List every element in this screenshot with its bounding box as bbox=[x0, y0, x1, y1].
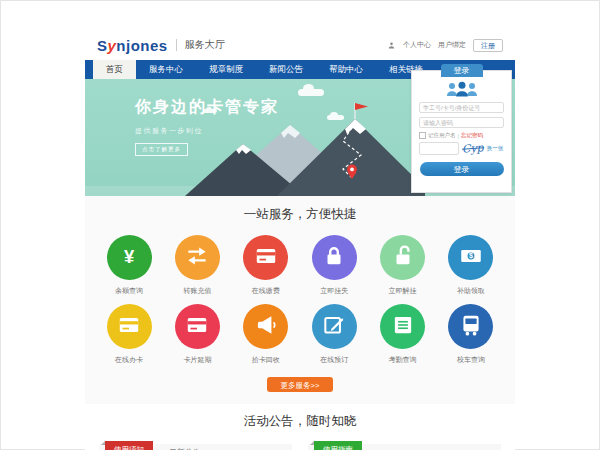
register-button[interactable]: 注册 bbox=[473, 39, 503, 52]
more-services-button[interactable]: 更多服务>> bbox=[267, 377, 333, 392]
hero-cta-button[interactable]: 点击了解更多 bbox=[135, 143, 188, 156]
cloud-icon bbox=[298, 89, 324, 96]
service-item[interactable]: 考勤查询 bbox=[375, 304, 431, 365]
service-label: 校车查询 bbox=[457, 355, 485, 365]
separator: | bbox=[458, 133, 459, 139]
banknote-icon: $ bbox=[458, 243, 484, 273]
card-icon bbox=[184, 312, 210, 342]
services-row-1: ¥ 余额查询 转账充值 在线缴费 立即挂失 bbox=[85, 227, 515, 296]
unlock-icon bbox=[390, 243, 416, 273]
username-input[interactable] bbox=[419, 102, 504, 113]
service-label: 考勤查询 bbox=[389, 355, 417, 365]
latest-announcements-tab[interactable]: 最新公告 bbox=[169, 444, 201, 450]
service-label: 在线预订 bbox=[320, 355, 348, 365]
svg-text:¥: ¥ bbox=[124, 245, 135, 266]
logo-text: S bbox=[97, 37, 108, 54]
notice-more-link[interactable]: 更多>> bbox=[268, 444, 287, 450]
hero-banner: 你身边的卡管专家 提供服务一步到位 点击了解更多 bbox=[85, 79, 515, 196]
guide-panel: 使用指南 更多>> bbox=[308, 444, 501, 450]
remember-label: 记住用户名 bbox=[428, 132, 456, 139]
service-item[interactable]: 在线缴费 bbox=[238, 235, 294, 296]
announcements-title: 活动公告，随时知晓 bbox=[85, 413, 515, 430]
logo[interactable]: S y njones bbox=[97, 37, 168, 54]
login-panel: 登录 记住用户名 bbox=[411, 70, 512, 193]
guide-panel-header: 使用指南 更多>> bbox=[308, 444, 501, 450]
card-icon bbox=[253, 243, 279, 273]
user-binding-link[interactable]: 用户绑定 bbox=[438, 40, 466, 50]
logo-accent: y bbox=[108, 37, 117, 54]
logo-divider bbox=[176, 39, 177, 51]
service-label: 转账充值 bbox=[183, 286, 211, 296]
service-item[interactable]: 拾卡回收 bbox=[238, 304, 294, 365]
services-title: 一站服务，方便快捷 bbox=[85, 206, 515, 223]
service-item[interactable]: 转账充值 bbox=[169, 235, 225, 296]
nav-item-3[interactable]: 新闻公告 bbox=[256, 60, 316, 79]
service-label: 在线缴费 bbox=[252, 286, 280, 296]
notice-panel-header: 使用须知 最新公告 更多>> bbox=[99, 444, 292, 450]
captcha-row: Cyp 换一张 bbox=[419, 142, 504, 155]
service-item[interactable]: 在线办卡 bbox=[101, 304, 157, 365]
service-item[interactable]: 立即解挂 bbox=[375, 235, 431, 296]
services-section: 一站服务，方便快捷 ¥ 余额查询 转账充值 在线缴费 bbox=[85, 196, 515, 404]
announcement-panels: 使用须知 最新公告 更多>> 使用指南 更多>> bbox=[85, 434, 515, 450]
hero-subtitle: 提供服务一步到位 bbox=[135, 126, 279, 136]
service-label: 拾卡回收 bbox=[252, 355, 280, 365]
transfer-icon bbox=[184, 243, 210, 273]
service-item[interactable]: 立即挂失 bbox=[306, 235, 362, 296]
screenshot-canvas: S y njones 服务大厅 个人中心 用户绑定 注册 首页服务中心规章制度新… bbox=[0, 0, 600, 450]
announcements-section: 活动公告，随时知晓 使用须知 最新公告 更多>> 使用指南 更多>> bbox=[85, 404, 515, 450]
nav-item-1[interactable]: 服务中心 bbox=[136, 60, 196, 79]
login-tab[interactable]: 登录 bbox=[441, 64, 483, 77]
services-row-2: 在线办卡 卡片延期 拾卡回收 在线预订 考勤查询 bbox=[85, 296, 515, 365]
service-item[interactable]: 校车查询 bbox=[443, 304, 499, 365]
nav-item-2[interactable]: 规章制度 bbox=[196, 60, 256, 79]
service-item[interactable]: ¥ 余额查询 bbox=[101, 235, 157, 296]
personal-center-link[interactable]: 个人中心 bbox=[403, 40, 431, 50]
nav-item-4[interactable]: 帮助中心 bbox=[316, 60, 376, 79]
header-links: 个人中心 用户绑定 注册 bbox=[387, 39, 503, 52]
list-icon bbox=[390, 312, 416, 342]
captcha-image: Cyp bbox=[462, 141, 485, 155]
logo-text-rest: njones bbox=[116, 37, 167, 54]
page: S y njones 服务大厅 个人中心 用户绑定 注册 首页服务中心规章制度新… bbox=[85, 30, 515, 450]
change-captcha-link[interactable]: 换一张 bbox=[487, 145, 504, 152]
guide-more-link[interactable]: 更多>> bbox=[477, 444, 496, 450]
remember-row: 记住用户名 | 忘记密码 bbox=[419, 132, 504, 139]
usage-guide-ribbon[interactable]: 使用指南 bbox=[314, 441, 362, 450]
service-label: 余额查询 bbox=[115, 286, 143, 296]
edit-icon bbox=[321, 312, 347, 342]
notice-panel: 使用须知 最新公告 更多>> bbox=[99, 444, 292, 450]
hero-text: 你身边的卡管专家 提供服务一步到位 点击了解更多 bbox=[135, 97, 279, 156]
megaphone-icon bbox=[253, 312, 279, 342]
service-item[interactable]: 在线预订 bbox=[306, 304, 362, 365]
yen-icon: ¥ bbox=[116, 243, 142, 273]
service-label: 立即解挂 bbox=[389, 286, 417, 296]
site-subtitle: 服务大厅 bbox=[185, 38, 225, 52]
bus-icon bbox=[458, 312, 484, 342]
nav-item-0[interactable]: 首页 bbox=[93, 60, 136, 79]
person-icon bbox=[387, 41, 396, 50]
service-item[interactable]: 卡片延期 bbox=[169, 304, 225, 365]
login-button[interactable]: 登录 bbox=[420, 162, 504, 176]
service-label: 卡片延期 bbox=[183, 355, 211, 365]
forgot-password-link[interactable]: 忘记密码 bbox=[461, 132, 483, 139]
hero-title: 你身边的卡管专家 bbox=[135, 97, 279, 118]
card-icon bbox=[116, 312, 142, 342]
service-label: 补助领取 bbox=[457, 286, 485, 296]
remember-checkbox[interactable] bbox=[419, 132, 426, 139]
login-form: 记住用户名 | 忘记密码 Cyp 换一张 登录 bbox=[412, 71, 511, 176]
service-item[interactable]: $ 补助领取 bbox=[443, 235, 499, 296]
captcha-input[interactable] bbox=[419, 142, 459, 155]
site-header: S y njones 服务大厅 个人中心 用户绑定 注册 bbox=[85, 30, 515, 60]
service-label: 立即挂失 bbox=[320, 286, 348, 296]
lock-icon bbox=[321, 243, 347, 273]
usage-notice-ribbon[interactable]: 使用须知 bbox=[105, 441, 153, 450]
svg-text:$: $ bbox=[469, 252, 473, 260]
users-icon bbox=[445, 81, 479, 98]
service-label: 在线办卡 bbox=[115, 355, 143, 365]
password-input[interactable] bbox=[419, 117, 504, 128]
